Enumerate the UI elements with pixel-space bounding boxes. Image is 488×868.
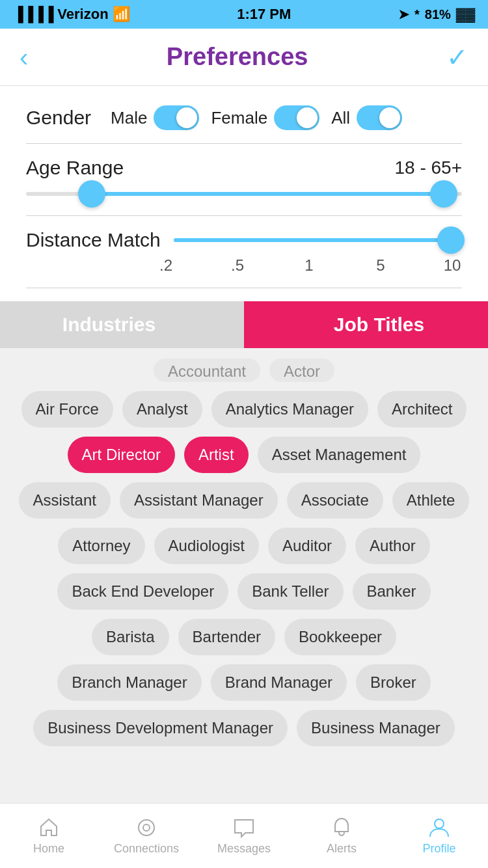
- tags-partial-row: Accountant Actor: [0, 359, 488, 382]
- tab-industries[interactable]: Industries: [0, 301, 244, 348]
- tag-back-end-developer[interactable]: Back End Developer: [57, 573, 228, 610]
- tag-partial-1[interactable]: Accountant: [154, 359, 260, 382]
- tab-job-titles[interactable]: Job Titles: [244, 301, 488, 348]
- wifi-icon: 📶: [113, 6, 130, 23]
- confirm-button[interactable]: ✓: [446, 42, 468, 72]
- nav-messages-label: Messages: [217, 842, 271, 856]
- distance-slider-track[interactable]: [174, 238, 462, 242]
- tag-partial-2[interactable]: Actor: [269, 359, 334, 382]
- tag-branch-manager[interactable]: Branch Manager: [57, 664, 201, 701]
- bluetooth-icon: *: [414, 7, 420, 22]
- tick-5: 5: [371, 256, 390, 275]
- tag-barista[interactable]: Barista: [92, 619, 169, 655]
- tick-02: .2: [156, 256, 176, 275]
- nav-connections-label: Connections: [114, 842, 179, 856]
- gender-options: Male Female All: [111, 105, 402, 130]
- battery-label: 81%: [425, 7, 451, 22]
- tag-auditor[interactable]: Auditor: [268, 528, 346, 564]
- tag-athlete[interactable]: Athlete: [392, 482, 470, 519]
- gender-all-toggle[interactable]: [357, 105, 402, 130]
- battery-area: ➤ * 81% ▓▓: [398, 7, 475, 22]
- gender-all-group: All: [331, 105, 402, 130]
- tag-bookkeeper[interactable]: Bookkeeper: [284, 619, 396, 655]
- home-icon: [37, 816, 61, 839]
- svg-point-1: [143, 824, 150, 831]
- messages-icon: [232, 816, 256, 839]
- tag-audiologist[interactable]: Audiologist: [154, 528, 259, 564]
- bottom-nav: Home Connections Messages Alerts Profile: [0, 803, 488, 868]
- tag-attorney[interactable]: Attorney: [58, 528, 144, 564]
- tag-bartender[interactable]: Bartender: [178, 619, 275, 655]
- nav-messages[interactable]: Messages: [195, 816, 293, 856]
- age-range-value: 18 - 65+: [394, 157, 462, 178]
- battery-icon: ▓▓: [456, 7, 475, 22]
- carrier-label: Verizon: [57, 6, 108, 23]
- time-display: 1:17 PM: [237, 6, 291, 23]
- gender-label: Gender: [26, 107, 91, 129]
- tag-banker[interactable]: Banker: [353, 573, 431, 610]
- tag-assistant-manager[interactable]: Assistant Manager: [120, 482, 278, 519]
- nav-bar: ‹ Preferences ✓: [0, 29, 488, 86]
- tags-row-2: Art Director Artist Asset Management: [0, 437, 488, 473]
- tag-business-manager[interactable]: Business Manager: [297, 710, 455, 746]
- age-slider-thumb-min[interactable]: [78, 180, 105, 208]
- age-slider-thumb-max[interactable]: [430, 180, 457, 208]
- tick-1: 1: [299, 256, 319, 275]
- preferences-content: Gender Male Female All Age Range 18 - 65…: [0, 86, 488, 288]
- gender-male-toggle[interactable]: [154, 105, 199, 130]
- tags-row-6: Barista Bartender Bookkeeper: [0, 619, 488, 655]
- tag-author[interactable]: Author: [355, 528, 430, 564]
- tags-row-4: Attorney Audiologist Auditor Author: [0, 528, 488, 564]
- distance-slider-fill: [174, 238, 462, 242]
- profile-icon: [427, 816, 451, 839]
- nav-home-label: Home: [33, 842, 64, 856]
- distance-ticks-row: .2 .5 1 5 10: [26, 256, 462, 275]
- gender-female-label: Female: [211, 108, 267, 128]
- tag-asset-management[interactable]: Asset Management: [258, 437, 421, 473]
- distance-match-section: Distance Match .2 .5 1 5 10: [26, 229, 462, 288]
- age-header: Age Range 18 - 65+: [26, 157, 462, 179]
- tick-05: .5: [228, 256, 247, 275]
- age-range-label: Age Range: [26, 157, 124, 179]
- tag-architect[interactable]: Architect: [377, 391, 467, 427]
- nav-profile[interactable]: Profile: [390, 816, 488, 856]
- carrier-info: ▐▐▐▐ Verizon 📶: [13, 6, 130, 23]
- page-title: Preferences: [167, 43, 308, 71]
- tag-brand-manager[interactable]: Brand Manager: [211, 664, 347, 701]
- gender-female-toggle[interactable]: [274, 105, 319, 130]
- age-range-section: Age Range 18 - 65+: [26, 157, 462, 216]
- age-slider-track[interactable]: [26, 192, 462, 196]
- gender-male-label: Male: [111, 108, 147, 128]
- gender-male-group: Male: [111, 105, 199, 130]
- nav-home[interactable]: Home: [0, 816, 98, 856]
- tag-business-development-manager[interactable]: Business Development Manager: [33, 710, 288, 746]
- tags-row-8: Business Development Manager Business Ma…: [0, 710, 488, 746]
- tag-air-force[interactable]: Air Force: [21, 391, 113, 427]
- location-icon: ➤: [398, 7, 409, 22]
- signal-icon: ▐▐▐▐: [13, 6, 53, 23]
- connections-icon: [135, 816, 158, 839]
- tag-analytics-manager[interactable]: Analytics Manager: [211, 391, 368, 427]
- nav-alerts[interactable]: Alerts: [293, 816, 390, 856]
- gender-female-group: Female: [211, 105, 319, 130]
- distance-slider-thumb[interactable]: [437, 226, 465, 254]
- nav-connections[interactable]: Connections: [98, 816, 195, 856]
- age-slider-fill: [87, 192, 449, 196]
- tag-analyst[interactable]: Analyst: [122, 391, 202, 427]
- tag-artist[interactable]: Artist: [184, 437, 249, 473]
- tag-associate[interactable]: Associate: [287, 482, 383, 519]
- nav-profile-label: Profile: [422, 842, 455, 856]
- tags-row-3: Assistant Assistant Manager Associate At…: [0, 482, 488, 519]
- category-tabs: Industries Job Titles: [0, 301, 488, 348]
- tag-art-director[interactable]: Art Director: [68, 437, 175, 473]
- tags-row-1: Air Force Analyst Analytics Manager Arch…: [0, 391, 488, 427]
- tag-bank-teller[interactable]: Bank Teller: [237, 573, 343, 610]
- tag-assistant[interactable]: Assistant: [19, 482, 111, 519]
- tags-section: Accountant Actor Air Force Analyst Analy…: [0, 348, 488, 804]
- tag-broker[interactable]: Broker: [356, 664, 431, 701]
- status-bar: ▐▐▐▐ Verizon 📶 1:17 PM ➤ * 81% ▓▓: [0, 0, 488, 29]
- alerts-icon: [330, 816, 353, 839]
- tags-row-5: Back End Developer Bank Teller Banker: [0, 573, 488, 610]
- tags-row-7: Branch Manager Brand Manager Broker: [0, 664, 488, 701]
- back-button[interactable]: ‹: [20, 44, 28, 70]
